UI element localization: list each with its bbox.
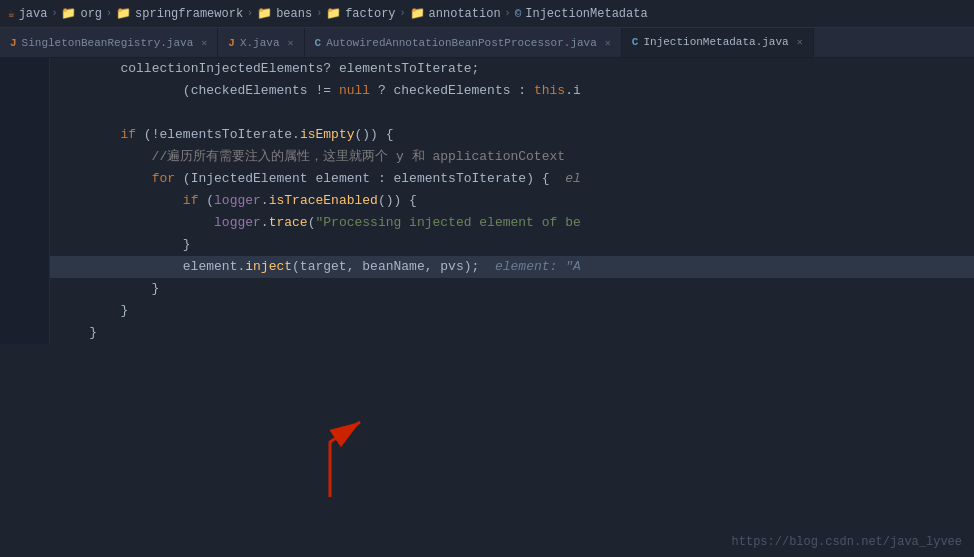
class-icon: ©: [515, 8, 522, 20]
code-line: //遍历所有需要注入的属性，这里就两个 y 和 applicationCotex…: [0, 146, 974, 168]
java-icon: ☕: [8, 7, 15, 20]
folder-icon: 📁: [410, 6, 425, 21]
code-line: [0, 102, 974, 124]
breadcrumb-item-org[interactable]: 📁 org: [61, 6, 102, 21]
breadcrumb: ☕ java › 📁 org › 📁 springframework › 📁 b…: [0, 0, 974, 28]
folder-icon: 📁: [116, 6, 131, 21]
code-line: }: [0, 234, 974, 256]
tab-injection-metadata[interactable]: C InjectionMetadata.java ✕: [622, 28, 814, 57]
tab-x-java[interactable]: J X.java ✕: [218, 28, 304, 57]
breadcrumb-item-factory[interactable]: 📁 factory: [326, 6, 395, 21]
folder-icon: 📁: [61, 6, 76, 21]
java-file-icon: J: [228, 37, 235, 49]
breadcrumb-item-annotation[interactable]: 📁 annotation: [410, 6, 501, 21]
code-line: if (!elementsToIterate.isEmpty()) {: [0, 124, 974, 146]
code-line: collectionInjectedElements? elementsToIt…: [0, 58, 974, 80]
code-line: logger.trace("Processing injected elemen…: [0, 212, 974, 234]
code-line: for (InjectedElement element : elementsT…: [0, 168, 974, 190]
tab-close-icon[interactable]: ✕: [288, 37, 294, 49]
code-line-highlighted: element.inject(target, beanName, pvs); e…: [0, 256, 974, 278]
tab-bar: J SingletonBeanRegistry.java ✕ J X.java …: [0, 28, 974, 58]
folder-icon: 📁: [257, 6, 272, 21]
code-line: }: [0, 300, 974, 322]
class-file-icon: C: [315, 37, 322, 49]
watermark: https://blog.csdn.net/java_lyvee: [732, 535, 962, 549]
class-file-icon: C: [632, 36, 639, 48]
tab-autowired-annotation[interactable]: C AutowiredAnnotationBeanPostProcessor.j…: [305, 28, 622, 57]
code-editor: collectionInjectedElements? elementsToIt…: [0, 58, 974, 557]
folder-icon: 📁: [326, 6, 341, 21]
code-line: if (logger.isTraceEnabled()) {: [0, 190, 974, 212]
code-line: (checkedElements != null ? checkedElemen…: [0, 80, 974, 102]
breadcrumb-item-springframework[interactable]: 📁 springframework: [116, 6, 243, 21]
breadcrumb-item-java[interactable]: ☕ java: [8, 7, 47, 21]
breadcrumb-item-beans[interactable]: 📁 beans: [257, 6, 312, 21]
tab-close-icon[interactable]: ✕: [797, 36, 803, 48]
tab-close-icon[interactable]: ✕: [605, 37, 611, 49]
code-line: }: [0, 322, 974, 344]
annotation-arrow: [270, 402, 390, 502]
tab-close-icon[interactable]: ✕: [201, 37, 207, 49]
breadcrumb-item-class[interactable]: © InjectionMetadata: [515, 7, 648, 21]
java-file-icon: J: [10, 37, 17, 49]
tab-singleton-bean-registry[interactable]: J SingletonBeanRegistry.java ✕: [0, 28, 218, 57]
code-line: }: [0, 278, 974, 300]
